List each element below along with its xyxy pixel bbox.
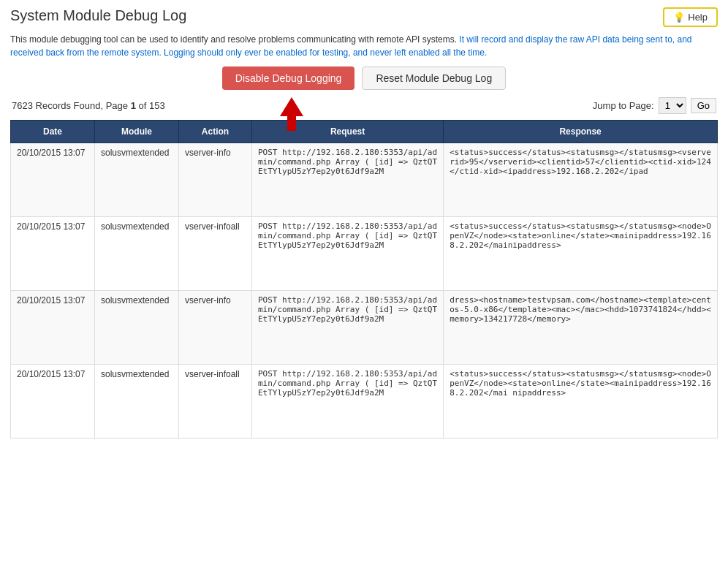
cell-module: solusvmextended (95, 365, 179, 438)
cell-module: solusvmextended (95, 291, 179, 365)
help-label: Help (688, 12, 708, 23)
page-current: 1 (131, 100, 136, 111)
disable-debug-button[interactable]: Disable Debug Logging (222, 67, 355, 90)
page-title: System Module Debug Log (10, 7, 186, 24)
table-row: 20/10/2015 13:07solusvmextendedvserver-i… (11, 365, 718, 438)
records-count: 7623 (12, 100, 33, 111)
cell-request[interactable]: POST http://192.168.2.180:5353/api/admin… (252, 365, 444, 438)
page-select[interactable]: 1 (659, 97, 686, 114)
cell-module: solusvmextended (95, 143, 179, 217)
cell-action: vserver-info (179, 291, 252, 365)
cell-response[interactable]: <status>success</status><statusmsg></sta… (444, 217, 718, 291)
reset-debug-button[interactable]: Reset Module Debug Log (362, 67, 506, 90)
cell-date: 20/10/2015 13:07 (11, 291, 95, 365)
cell-action: vserver-info (179, 143, 252, 217)
table-header-row: Date Module Action Request Response (11, 121, 718, 143)
cell-action: vserver-infoall (179, 365, 252, 438)
cell-action: vserver-infoall (179, 217, 252, 291)
pagination-bar: 7623 Records Found, Page 1 of 153 Jump t… (10, 97, 718, 114)
cell-response[interactable]: <status>success</status><statusmsg></sta… (444, 365, 718, 438)
arrow-indicator (280, 97, 303, 131)
table-row: 20/10/2015 13:07solusvmextendedvserver-i… (11, 143, 718, 217)
page-total: 153 (149, 100, 165, 111)
col-response: Response (444, 121, 718, 143)
cell-module: solusvmextended (95, 217, 179, 291)
description-part1: This module debugging tool can be used t… (10, 34, 457, 45)
jump-label: Jump to Page: (593, 100, 654, 111)
cell-date: 20/10/2015 13:07 (11, 217, 95, 291)
help-button[interactable]: 💡 Help (663, 7, 718, 27)
col-module: Module (95, 121, 179, 143)
cell-response[interactable]: dress><hostname>testvpsam.com</hostname>… (444, 291, 718, 365)
cell-date: 20/10/2015 13:07 (11, 143, 95, 217)
col-action: Action (179, 121, 252, 143)
cell-request[interactable]: POST http://192.168.2.180:5353/api/admin… (252, 217, 444, 291)
records-info: 7623 Records Found, Page 1 of 153 (12, 100, 165, 111)
debug-log-table: Date Module Action Request Response 20/1… (10, 120, 718, 438)
col-date: Date (11, 121, 95, 143)
cell-response[interactable]: <status>success</status><statusmsg></sta… (444, 143, 718, 217)
go-button[interactable]: Go (691, 98, 716, 113)
cell-request[interactable]: POST http://192.168.2.180:5353/api/admin… (252, 143, 444, 217)
cell-date: 20/10/2015 13:07 (11, 365, 95, 438)
table-row: 20/10/2015 13:07solusvmextendedvserver-i… (11, 217, 718, 291)
jump-to-page: Jump to Page: 1 Go (593, 97, 716, 114)
action-bar: Disable Debug Logging Reset Module Debug… (10, 67, 718, 90)
description: This module debugging tool can be used t… (10, 33, 718, 59)
cell-request[interactable]: POST http://192.168.2.180:5353/api/admin… (252, 291, 444, 365)
table-row: 20/10/2015 13:07solusvmextendedvserver-i… (11, 291, 718, 365)
lightbulb-icon: 💡 (673, 12, 685, 23)
